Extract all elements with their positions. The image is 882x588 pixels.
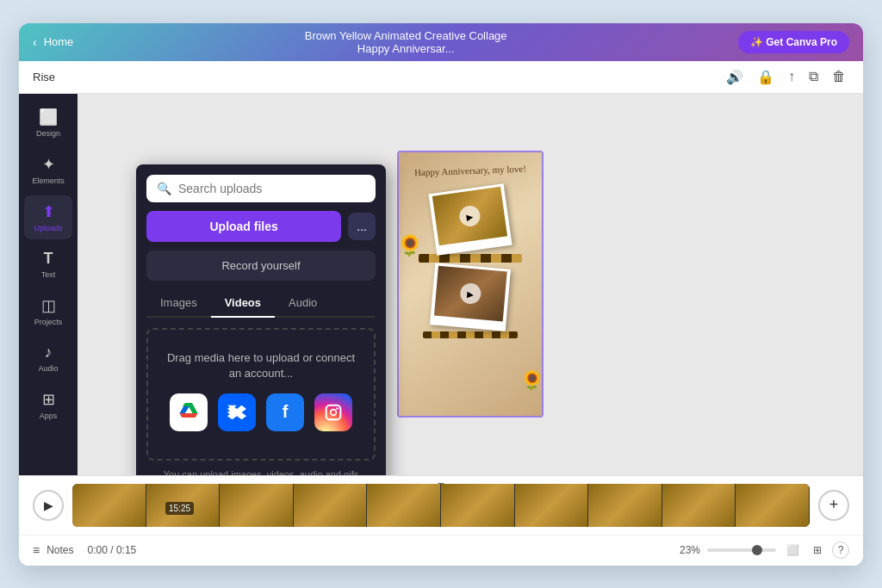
notes-button[interactable]: Notes bbox=[47, 544, 73, 556]
timeline-timestamp: 15:25 bbox=[165, 502, 194, 515]
search-box: 🔍 bbox=[146, 175, 376, 202]
text-icon: T bbox=[44, 250, 53, 268]
elements-icon: ✦ bbox=[42, 155, 55, 174]
timeline-frame-10 bbox=[736, 484, 810, 527]
sidebar-item-audio[interactable]: ♪ Audio bbox=[24, 337, 72, 380]
media-tabs: Images Videos Audio bbox=[146, 289, 376, 318]
sidebar-item-design[interactable]: ⬜ Design bbox=[24, 101, 72, 145]
secondary-bar: Rise 🔊 🔒 ↑ ⧉ 🗑 bbox=[19, 61, 863, 94]
sidebar-item-design-label: Design bbox=[36, 129, 60, 138]
record-yourself-button[interactable]: Record yourself bbox=[146, 251, 376, 281]
drop-zone[interactable]: Drag media here to upload or connect an … bbox=[146, 328, 376, 461]
play-icon: ▶ bbox=[44, 498, 53, 512]
design-icon: ⬜ bbox=[39, 108, 58, 127]
drop-zone-text: Drag media here to upload or connect an … bbox=[162, 350, 360, 381]
polaroid-photo-1: ▶ bbox=[428, 184, 512, 257]
sidebar-item-elements[interactable]: ✦ Elements bbox=[24, 148, 72, 192]
back-arrow-icon[interactable]: ‹ bbox=[33, 35, 37, 49]
more-options-button[interactable]: ... bbox=[348, 213, 376, 240]
audio-icon: ♪ bbox=[45, 344, 53, 362]
upload-files-button[interactable]: Upload files bbox=[146, 211, 341, 242]
photo-1-inner: ▶ bbox=[432, 187, 507, 246]
upload-row: Upload files ... bbox=[146, 211, 376, 242]
notes-icon: ≡ bbox=[33, 543, 40, 557]
bottom-bar: ▼ ▶ 15:25 + bbox=[19, 475, 863, 566]
document-title: Brown Yellow Animated Creative Collage H… bbox=[300, 29, 512, 55]
timeline-frame-5 bbox=[367, 484, 441, 527]
dropbox-icon[interactable] bbox=[218, 393, 256, 431]
sidebar-item-projects[interactable]: ◫ Projects bbox=[24, 289, 72, 333]
film-strip-bottom bbox=[423, 331, 518, 338]
timeline-frame-8 bbox=[588, 484, 662, 527]
polaroid-photo-2: ▶ bbox=[430, 263, 511, 331]
sidebar-item-text[interactable]: T Text bbox=[24, 243, 72, 286]
zoom-slider[interactable] bbox=[707, 548, 776, 552]
get-canva-pro-button[interactable]: ✨ Get Canva Pro bbox=[738, 31, 849, 53]
photo-2-inner: ▶ bbox=[434, 266, 507, 322]
volume-button[interactable]: 🔊 bbox=[723, 65, 747, 89]
tab-images[interactable]: Images bbox=[146, 289, 211, 318]
sunflower-right: 🌻 bbox=[520, 369, 543, 392]
svg-rect-0 bbox=[326, 405, 341, 420]
play-overlay-1[interactable]: ▶ bbox=[458, 205, 481, 228]
sidebar-item-text-label: Text bbox=[41, 270, 56, 279]
timeline-area: ▼ ▶ 15:25 + bbox=[19, 476, 863, 535]
anniversary-text: Happy Anniversary, my love! bbox=[414, 163, 526, 179]
cloud-services: f bbox=[162, 393, 360, 431]
workspace: 🔍 Upload files ... Record yourself Image… bbox=[78, 94, 863, 475]
timeline-strip-wrapper: 15:25 bbox=[72, 484, 810, 527]
help-button[interactable]: ? bbox=[832, 542, 849, 559]
film-strip bbox=[419, 254, 522, 263]
zoom-thumb[interactable] bbox=[752, 545, 762, 555]
fit-view-button[interactable]: ⬜ bbox=[783, 541, 803, 560]
apps-icon: ⊞ bbox=[42, 390, 55, 409]
sidebar-item-uploads-label: Uploads bbox=[34, 224, 62, 232]
uploads-icon: ⬆ bbox=[42, 202, 55, 221]
lock-button[interactable]: 🔒 bbox=[754, 65, 778, 89]
canvas-decorations: ▶ 🌻 ▶ bbox=[406, 182, 535, 409]
timeline-frame-3 bbox=[220, 484, 294, 527]
sidebar-item-apps[interactable]: ⊞ Apps bbox=[24, 383, 72, 427]
status-bar: ≡ Notes 0:00 / 0:15 23% ⬜ ⊞ ? bbox=[19, 535, 863, 566]
sidebar-item-apps-label: Apps bbox=[40, 412, 58, 420]
upload-panel: 🔍 Upload files ... Record yourself Image… bbox=[136, 164, 386, 475]
google-drive-icon[interactable] bbox=[170, 393, 208, 431]
share-button[interactable]: ↑ bbox=[785, 65, 798, 88]
canvas-inner: Happy Anniversary, my love! ▶ 🌻 bbox=[399, 152, 542, 416]
template-name: Rise bbox=[33, 71, 55, 84]
timeline-frame-6 bbox=[441, 484, 515, 527]
sidebar-item-elements-label: Elements bbox=[32, 176, 65, 185]
timeline-frame-1 bbox=[72, 484, 146, 527]
timeline-frame-9 bbox=[662, 484, 736, 527]
sunflower-left: 🌻 bbox=[397, 233, 423, 257]
upload-note: You can upload images, videos, audio and… bbox=[146, 469, 376, 475]
time-display: 0:00 / 0:15 bbox=[88, 544, 137, 556]
top-bar: ‹ Home Brown Yellow Animated Creative Co… bbox=[19, 23, 863, 61]
zoom-controls: 23% ⬜ ⊞ ? bbox=[680, 541, 849, 560]
instagram-icon[interactable] bbox=[314, 393, 352, 431]
sidebar-item-audio-label: Audio bbox=[38, 364, 58, 373]
svg-point-2 bbox=[336, 407, 339, 410]
sidebar-item-uploads[interactable]: ⬆ Uploads bbox=[24, 195, 72, 239]
main-content: ⬜ Design ✦ Elements ⬆ Uploads T Text ◫ P… bbox=[19, 94, 863, 475]
delete-button[interactable]: 🗑 bbox=[829, 65, 849, 88]
sidebar: ⬜ Design ✦ Elements ⬆ Uploads T Text ◫ P… bbox=[19, 94, 78, 475]
search-input[interactable] bbox=[178, 182, 365, 195]
home-label[interactable]: Home bbox=[44, 35, 74, 48]
facebook-icon[interactable]: f bbox=[266, 393, 304, 431]
design-canvas: Happy Anniversary, my love! ▶ 🌻 bbox=[397, 151, 543, 418]
play-button[interactable]: ▶ bbox=[33, 490, 64, 521]
tab-audio[interactable]: Audio bbox=[275, 289, 331, 318]
play-overlay-2[interactable]: ▶ bbox=[459, 282, 481, 305]
zoom-level: 23% bbox=[680, 544, 700, 556]
copy-button[interactable]: ⧉ bbox=[805, 65, 822, 88]
search-icon: 🔍 bbox=[157, 182, 171, 195]
sidebar-item-projects-label: Projects bbox=[34, 318, 63, 326]
timeline-frame-7 bbox=[515, 484, 589, 527]
add-timeline-button[interactable]: + bbox=[818, 490, 849, 521]
tab-videos[interactable]: Videos bbox=[211, 289, 275, 318]
grid-view-button[interactable]: ⊞ bbox=[810, 541, 825, 560]
svg-point-1 bbox=[331, 410, 337, 416]
projects-icon: ◫ bbox=[41, 296, 56, 315]
timeline-frame-4 bbox=[294, 484, 368, 527]
